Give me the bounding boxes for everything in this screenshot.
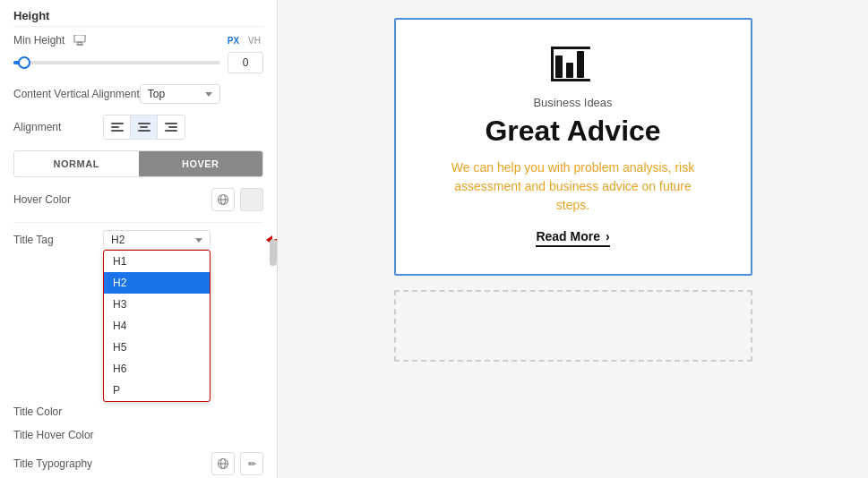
align-right-btn[interactable] <box>158 115 185 139</box>
normal-hover-tabs: NORMAL HOVER <box>13 150 263 177</box>
svg-rect-14 <box>577 51 584 78</box>
svg-rect-13 <box>566 63 573 78</box>
title-color-row: Title Color <box>13 405 263 418</box>
align-left-btn[interactable] <box>104 115 131 139</box>
preview-area: Business Ideas Great Advice We can help … <box>278 0 868 478</box>
hover-color-label: Hover Color <box>13 193 103 206</box>
vh-unit-btn[interactable]: VH <box>245 35 263 47</box>
monitor-icon <box>73 35 86 46</box>
bar-chart-icon <box>551 47 596 85</box>
alignment-label: Alignment <box>13 121 103 133</box>
svg-rect-0 <box>74 35 85 42</box>
title-tag-dropdown: H1 H2 H3 H4 H5 H6 P <box>103 250 211 402</box>
hover-color-row: Hover Color <box>13 188 263 211</box>
read-more-chevron-icon: › <box>606 229 610 243</box>
dropdown-item-h2[interactable]: H2 <box>104 272 210 294</box>
alignment-buttons <box>103 115 185 140</box>
dropdown-item-h6[interactable]: H6 <box>104 358 210 380</box>
alignment-row: Alignment <box>13 115 263 140</box>
title-typography-global-btn[interactable] <box>211 452 235 475</box>
align-center-btn[interactable] <box>131 115 158 139</box>
content-vertical-alignment-label: Content Vertical Alignment <box>13 88 140 100</box>
title-hover-color-label: Title Hover Color <box>13 429 103 441</box>
hover-color-swatch[interactable] <box>240 188 263 211</box>
placeholder-widget <box>394 290 752 362</box>
card-widget: Business Ideas Great Advice We can help … <box>394 18 752 276</box>
title-tag-row: Title Tag H2 H1 H2 H3 H4 H5 H6 P <box>13 230 263 250</box>
content-vertical-alignment-row: Content Vertical Alignment Top <box>13 84 263 104</box>
tab-hover[interactable]: HOVER <box>139 151 263 176</box>
title-hover-color-row: Title Hover Color <box>13 429 263 441</box>
dropdown-item-p[interactable]: P <box>104 380 210 401</box>
slider-track[interactable] <box>13 61 220 64</box>
title-color-label: Title Color <box>13 405 103 418</box>
dropdown-item-h3[interactable]: H3 <box>104 294 210 315</box>
hover-color-global-btn[interactable] <box>211 188 235 211</box>
svg-rect-12 <box>555 55 563 78</box>
title-tag-chevron-icon <box>195 238 202 243</box>
chevron-down-icon <box>205 92 212 97</box>
slider-thumb[interactable] <box>18 56 30 69</box>
title-typography-label: Title Typography <box>13 457 103 470</box>
read-more-button[interactable]: Read More › <box>536 229 609 247</box>
title-tag-select[interactable]: H2 <box>103 230 211 250</box>
card-description: We can help you with problem analysis, r… <box>448 158 699 215</box>
dropdown-item-h1[interactable]: H1 <box>104 251 210 272</box>
svg-rect-17 <box>551 47 554 81</box>
title-typography-edit-btn[interactable]: ✏ <box>240 452 263 475</box>
content-vertical-alignment-select[interactable]: Top <box>140 84 220 104</box>
slider-value[interactable]: 0 <box>228 52 263 73</box>
title-typography-row: Title Typography ✏ <box>13 452 263 475</box>
min-height-slider-row: 0 <box>13 52 263 73</box>
card-title: Great Advice <box>485 115 660 148</box>
card-subtitle: Business Ideas <box>533 96 612 109</box>
min-height-label: Min Height <box>13 34 86 47</box>
scroll-handle[interactable] <box>270 239 277 266</box>
title-tag-label: Title Tag <box>13 234 103 246</box>
dropdown-item-h4[interactable]: H4 <box>104 315 210 337</box>
dropdown-item-h5[interactable]: H5 <box>104 337 210 358</box>
section-height-title: Height <box>13 9 263 27</box>
settings-panel: Height Min Height PX VH 0 Content Vertic… <box>0 0 278 478</box>
px-unit-btn[interactable]: PX <box>225 35 242 47</box>
tab-normal[interactable]: NORMAL <box>14 151 139 176</box>
svg-rect-15 <box>551 79 590 81</box>
svg-rect-16 <box>551 47 590 49</box>
